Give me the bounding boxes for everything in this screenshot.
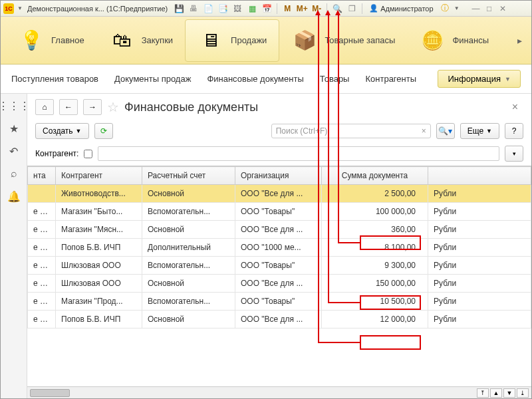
compare-icon[interactable]: 📑 — [217, 3, 229, 15]
cell-currency: Рубли — [428, 203, 531, 221]
register-icon: 🖥 — [198, 27, 224, 54]
app-menu-dropdown-icon[interactable]: ▼ — [17, 5, 23, 12]
col-header[interactable]: Организация — [235, 167, 322, 185]
table-row[interactable]: е д...Шлюзовая ООООсновнойООО "Все для .… — [28, 275, 531, 293]
content: ⌂ ← → ☆ Финансовые документы × Создать ▼… — [27, 94, 531, 398]
calendar-icon[interactable]: 📅 — [261, 3, 273, 15]
filter-select[interactable] — [98, 146, 499, 161]
nav-up-icon[interactable]: ▲ — [490, 388, 502, 398]
subnav-link[interactable]: Документы продаж — [114, 74, 191, 84]
left-sidebar: ⋮⋮⋮ ★ ↶ ⌕ 🔔 — [1, 94, 27, 398]
favorite-star-icon[interactable]: ☆ — [107, 99, 119, 115]
sections-more-icon[interactable]: ▸ — [513, 35, 526, 46]
cell-counterparty: Магазин "Быто... — [56, 203, 142, 221]
preview-icon[interactable]: 🖼 — [231, 3, 243, 15]
table-row[interactable]: е д...Магазин "Мясн...ОсновнойООО "Все д… — [28, 221, 531, 239]
close-tab-button[interactable]: × — [507, 101, 523, 113]
notifications-icon[interactable]: 🔔 — [7, 190, 21, 203]
info-icon[interactable]: ⓘ — [439, 3, 451, 15]
window-icon[interactable]: ❐ — [346, 3, 358, 15]
coins-icon: 🪙 — [419, 27, 446, 54]
favorites-icon[interactable]: ★ — [7, 122, 21, 135]
section-purchases[interactable]: 🛍 Закупки — [96, 19, 185, 62]
memory-mminus-button[interactable]: M- — [311, 3, 323, 15]
cell-sum: 150 000,00 — [322, 275, 428, 293]
horizontal-scrollbar[interactable]: ⤒ ▲ ▼ ⤓ — [27, 386, 531, 398]
nav-down-icon[interactable]: ▼ — [503, 388, 515, 398]
create-label: Создать — [43, 126, 73, 136]
apps-icon[interactable]: ⋮⋮⋮ — [7, 99, 21, 112]
doc-icon[interactable]: 📄 — [202, 3, 214, 15]
calc-icon[interactable]: ▦ — [246, 3, 258, 15]
search-sidebar-icon[interactable]: ⌕ — [7, 167, 21, 180]
section-label: Продажи — [231, 35, 267, 45]
subnav-link[interactable]: Контрагенты — [365, 74, 416, 84]
info-dropdown-icon[interactable]: ▼ — [454, 5, 460, 12]
section-label: Финансы — [452, 35, 489, 45]
info-button[interactable]: Информация ▼ — [438, 70, 521, 88]
filter-row: Контрагент: ▾ — [27, 142, 531, 166]
user-box[interactable]: 👤 Администратор — [366, 4, 436, 13]
maximize-button[interactable]: □ — [483, 3, 495, 15]
scrollbar-thumb[interactable] — [30, 389, 70, 397]
app-icon[interactable]: 1C — [3, 3, 14, 14]
search-clear-icon[interactable]: × — [422, 126, 426, 136]
print-icon[interactable]: 🖶 — [188, 3, 200, 15]
section-main[interactable]: 💡 Главное — [6, 19, 96, 62]
create-button[interactable]: Создать ▼ — [35, 123, 89, 139]
table-row[interactable]: е д...Шлюзовая ОООВспомогательн...ООО "Т… — [28, 257, 531, 275]
cell-counterparty: Магазин "Прод... — [56, 293, 142, 311]
col-header[interactable]: Контрагент — [56, 167, 142, 185]
save-icon[interactable]: 💾 — [173, 3, 185, 15]
history-icon[interactable]: ↶ — [7, 144, 21, 158]
section-stock[interactable]: 📦 Товарные запасы — [279, 19, 407, 62]
cell: е д... — [28, 275, 56, 293]
subnav-link[interactable]: Товары — [320, 74, 350, 84]
refresh-button[interactable]: ⟳ — [94, 123, 113, 139]
cell-counterparty: Магазин "Мясн... — [56, 221, 142, 239]
col-header[interactable]: Сумма документа — [322, 167, 428, 185]
search-placeholder: Поиск (Ctrl+F) — [276, 126, 328, 136]
table-row[interactable]: Животноводств...ОсновнойООО "Все для ...… — [28, 185, 531, 203]
help-button[interactable]: ? — [505, 123, 523, 139]
col-header[interactable] — [428, 167, 531, 185]
search-input[interactable]: Поиск (Ctrl+F) × — [271, 124, 431, 138]
cell-counterparty: Попов Б.В. ИЧП — [56, 311, 142, 329]
search-button[interactable]: 🔍▾ — [436, 123, 455, 139]
zoom-icon[interactable]: 🔍 — [331, 3, 343, 15]
cell: е д... — [28, 221, 56, 239]
col-header[interactable]: нта — [28, 167, 56, 185]
section-label: Главное — [51, 35, 84, 45]
section-label: Закупки — [142, 35, 173, 45]
section-finance[interactable]: 🪙 Финансы — [407, 19, 501, 62]
table-row[interactable]: е д...Попов Б.В. ИЧПОсновнойООО "Все для… — [28, 311, 531, 329]
table-wrap: нта Контрагент Расчетный счет Организаци… — [27, 166, 531, 398]
cell-account: Основной — [142, 221, 235, 239]
cell-sum: 9 300,00 — [322, 257, 428, 275]
close-button[interactable]: ✕ — [497, 3, 509, 15]
nav-first-icon[interactable]: ⤒ — [477, 388, 489, 398]
content-header: ⌂ ← → ☆ Финансовые документы × — [27, 94, 531, 120]
filter-dropdown-button[interactable]: ▾ — [505, 146, 523, 162]
bag-icon: 🛍 — [108, 27, 135, 54]
forward-button[interactable]: → — [83, 99, 102, 115]
filter-label: Контрагент: — [35, 149, 78, 158]
memory-m-button[interactable]: M — [281, 3, 293, 15]
table-row[interactable]: е д...Попов Б.В. ИЧПДополнительныйООО "1… — [28, 239, 531, 257]
filter-checkbox[interactable] — [84, 150, 92, 158]
cell-sum: 8 100,00 — [322, 239, 428, 257]
more-button[interactable]: Еще ▼ — [460, 123, 499, 139]
section-sales[interactable]: 🖥 Продажи — [185, 19, 279, 62]
table-row[interactable]: е д...Магазин "Прод...Вспомогательн...ОО… — [28, 293, 531, 311]
table-row[interactable]: е д...Магазин "Быто...Вспомогательн...ОО… — [28, 203, 531, 221]
nav-last-icon[interactable]: ⤓ — [517, 388, 529, 398]
cell-sum: 360,00 — [322, 221, 428, 239]
memory-mplus-button[interactable]: M+ — [296, 3, 308, 15]
subnav-link[interactable]: Финансовые документы — [207, 74, 303, 84]
home-button[interactable]: ⌂ — [35, 99, 54, 115]
minimize-button[interactable]: — — [470, 3, 482, 15]
cell-sum: 12 000,00 — [322, 311, 428, 329]
subnav-link[interactable]: Поступления товаров — [11, 74, 98, 84]
col-header[interactable]: Расчетный счет — [142, 167, 235, 185]
back-button[interactable]: ← — [59, 99, 78, 115]
